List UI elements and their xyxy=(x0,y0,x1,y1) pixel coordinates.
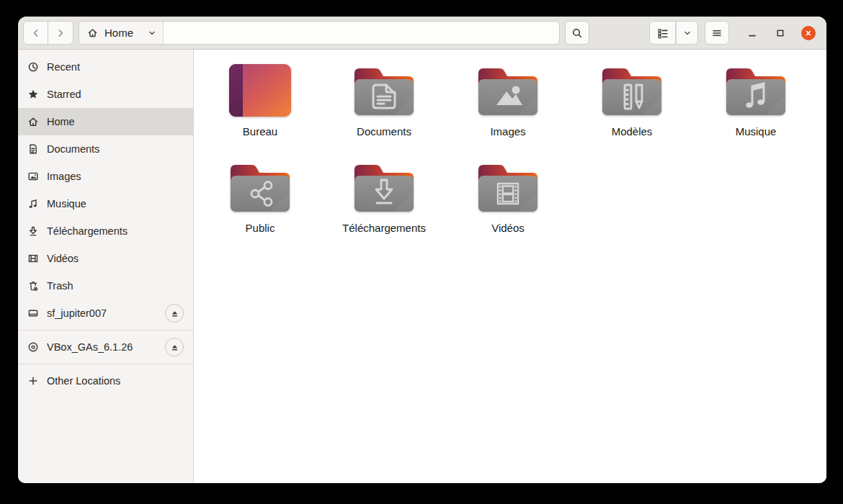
path-bar: Home xyxy=(79,21,560,45)
sidebar-item-telechargements[interactable]: Téléchargements xyxy=(18,217,193,245)
file-manager-window: Home xyxy=(18,17,826,483)
sidebar-item-label: Documents xyxy=(47,143,184,155)
desktop-folder-icon xyxy=(227,61,293,119)
folder-item-public[interactable]: Public xyxy=(198,150,322,247)
location-entry[interactable] xyxy=(164,22,559,44)
folder-item-videos[interactable]: Vidéos xyxy=(446,150,570,247)
minimize-icon xyxy=(746,27,758,39)
sidebar-item-home[interactable]: Home xyxy=(18,108,193,135)
sidebar-item-label: Images xyxy=(47,171,184,182)
list-view-button[interactable] xyxy=(649,21,676,45)
film-icon xyxy=(27,253,39,264)
folder-label: Public xyxy=(246,222,275,235)
home-icon xyxy=(87,27,99,39)
sidebar-item-musique[interactable]: Musique xyxy=(18,190,193,217)
sidebar-item-vbox-gas[interactable]: VBox_GAs_6.1.26 xyxy=(18,333,193,361)
sidebar-item-label: Trash xyxy=(47,280,184,292)
sidebar: Recent Starred Home Documents xyxy=(18,50,194,483)
folder-label: Téléchargements xyxy=(342,222,426,235)
eject-button[interactable] xyxy=(165,304,184,323)
close-button[interactable] xyxy=(801,26,816,40)
sidebar-separator xyxy=(18,364,193,364)
documents-folder-icon xyxy=(351,61,417,119)
forward-button[interactable] xyxy=(48,21,73,45)
sidebar-item-trash[interactable]: Trash xyxy=(18,272,193,300)
trash-can-icon xyxy=(27,280,39,292)
folder-item-documents[interactable]: Documents xyxy=(322,54,446,150)
search-button[interactable] xyxy=(565,21,589,45)
close-icon xyxy=(803,28,813,38)
eject-icon xyxy=(170,343,179,352)
sidebar-item-label: Home xyxy=(47,116,184,127)
folder-label: Documents xyxy=(357,125,411,138)
view-options-button[interactable] xyxy=(676,21,698,45)
eject-icon xyxy=(170,309,179,318)
chevron-right-icon xyxy=(55,27,66,39)
templates-folder-icon xyxy=(599,61,665,119)
view-switcher-group xyxy=(649,21,698,45)
download-arrow-icon xyxy=(27,225,39,237)
sidebar-item-label: Vidéos xyxy=(47,253,184,264)
sidebar-item-recent[interactable]: Recent xyxy=(18,53,193,81)
images-folder-icon xyxy=(475,61,541,119)
sidebar-item-sf-jupiter007[interactable]: sf_jupiter007 xyxy=(18,300,193,327)
back-button[interactable] xyxy=(23,21,48,45)
eject-button[interactable] xyxy=(165,338,184,356)
sidebar-item-label: Téléchargements xyxy=(47,225,184,237)
music-folder-icon xyxy=(723,61,789,119)
location-button[interactable]: Home xyxy=(79,22,164,44)
sidebar-item-label: VBox_GAs_6.1.26 xyxy=(47,341,157,353)
sidebar-item-documents[interactable]: Documents xyxy=(18,135,193,163)
folder-label: Bureau xyxy=(243,125,277,138)
sidebar-item-label: sf_jupiter007 xyxy=(47,307,157,319)
minimize-button[interactable] xyxy=(744,24,761,42)
clock-icon xyxy=(27,61,39,73)
home-icon xyxy=(27,116,39,127)
star-icon xyxy=(27,89,39,100)
window-body: Recent Starred Home Documents xyxy=(18,50,826,483)
history-nav-group xyxy=(23,21,73,45)
folder-label: Images xyxy=(490,125,525,138)
downloads-folder-icon xyxy=(351,158,417,215)
current-location-label: Home xyxy=(104,27,141,39)
search-icon xyxy=(571,27,583,39)
folder-item-musique[interactable]: Musique xyxy=(694,54,818,150)
folder-item-bureau[interactable]: Bureau xyxy=(198,54,322,150)
sidebar-item-label: Other Locations xyxy=(47,375,184,387)
folder-item-telechargements[interactable]: Téléchargements xyxy=(322,150,446,247)
sidebar-item-starred[interactable]: Starred xyxy=(18,81,193,108)
headerbar: Home xyxy=(18,17,826,50)
folder-item-modeles[interactable]: Modèles xyxy=(570,54,694,150)
sidebar-item-label: Starred xyxy=(47,89,184,100)
chevron-down-icon xyxy=(682,28,692,38)
window-controls xyxy=(744,24,816,42)
music-note-icon xyxy=(27,198,39,210)
sidebar-item-label: Musique xyxy=(47,198,184,210)
videos-folder-icon xyxy=(475,158,541,215)
folder-label: Modèles xyxy=(612,125,653,138)
sidebar-item-videos[interactable]: Vidéos xyxy=(18,245,193,272)
folder-label: Vidéos xyxy=(491,222,525,235)
sidebar-item-other-locations[interactable]: Other Locations xyxy=(18,367,193,395)
public-folder-icon xyxy=(227,158,293,215)
menu-button[interactable] xyxy=(705,21,729,45)
maximize-button[interactable] xyxy=(772,24,789,42)
folder-item-images[interactable]: Images xyxy=(446,54,570,150)
hamburger-menu-icon xyxy=(711,27,723,39)
sidebar-item-label: Recent xyxy=(47,61,184,73)
maximize-icon xyxy=(775,27,786,39)
chevron-left-icon xyxy=(30,27,42,39)
image-icon xyxy=(27,171,39,182)
chevron-down-icon xyxy=(147,28,157,38)
folder-grid: Bureau Documents xyxy=(194,50,826,483)
sidebar-item-images[interactable]: Images xyxy=(18,163,193,190)
list-view-icon xyxy=(657,27,669,39)
sidebar-separator xyxy=(18,330,193,330)
optical-disc-icon xyxy=(27,341,39,353)
hard-disk-icon xyxy=(27,307,39,319)
folder-label: Musique xyxy=(736,125,777,138)
plus-icon xyxy=(27,375,39,387)
document-icon xyxy=(27,143,39,155)
